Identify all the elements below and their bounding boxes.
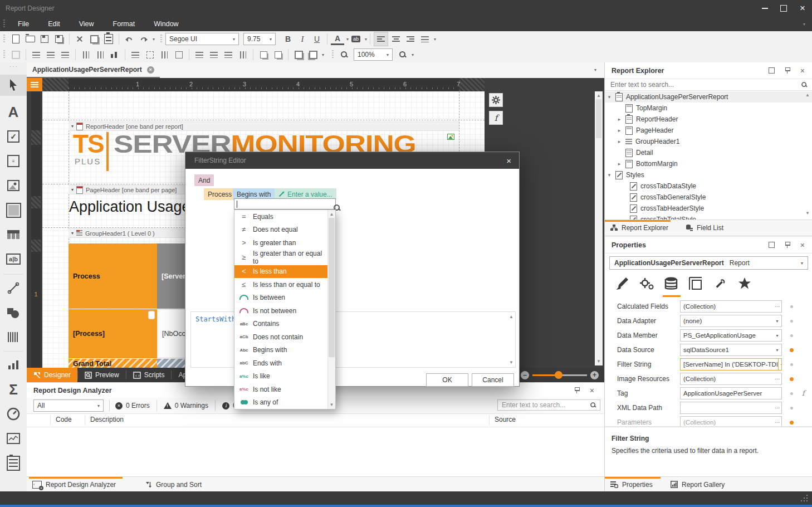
tree-scroll-down-icon[interactable]: ▼ xyxy=(805,211,810,216)
italic-button[interactable]: I xyxy=(296,32,309,46)
zoom-slider[interactable]: – + xyxy=(521,371,599,379)
pin-icon[interactable] xyxy=(574,387,580,393)
analyzer-filter-combo[interactable]: All▾ xyxy=(33,399,104,412)
highlight-dropdown-icon[interactable]: ▾ xyxy=(365,37,367,42)
tab-report-design-analyzer[interactable]: ‹× Report Design Analyzer xyxy=(32,477,116,492)
property-row-calculated-fields[interactable]: Calculated Fields (Collection) xyxy=(617,299,806,314)
property-row-xml-data-path[interactable]: XML Data Path xyxy=(617,401,806,415)
center-horizontally-icon[interactable] xyxy=(236,48,250,61)
ellipsis-button[interactable] xyxy=(778,359,782,370)
operator-dropdown[interactable]: =Equals ≠Does not equal >Is greater than… xyxy=(234,209,336,410)
property-row-tag[interactable]: Tag ApplicationUsagePerServer f xyxy=(617,386,806,401)
preview-scroll-up-icon[interactable]: ▲ xyxy=(509,314,513,319)
minimize-button[interactable] xyxy=(755,0,774,17)
expander-icon[interactable] xyxy=(617,128,622,133)
band-collapse-icon[interactable]: ▾ xyxy=(71,187,74,192)
scroll-down-icon[interactable]: ▼ xyxy=(595,359,603,364)
explorer-search[interactable] xyxy=(605,79,812,91)
tree-item-topmargin[interactable]: TopMargin xyxy=(605,103,812,114)
dialog-close-icon[interactable]: × xyxy=(506,156,511,165)
make-same-height-icon[interactable] xyxy=(222,48,235,61)
errors-button[interactable]: × 0 Errors xyxy=(115,402,150,410)
zoom-out-slider-icon[interactable]: – xyxy=(521,371,529,379)
tree-item-crosstabtotalstyle[interactable]: crossTabTotalStyle xyxy=(605,214,812,220)
behavior-category-icon[interactable] xyxy=(639,276,655,292)
band-menu-button[interactable] xyxy=(27,78,42,91)
menu-format[interactable]: Format xyxy=(104,17,145,31)
dropdown-scrollbar[interactable]: ▲ ▼ xyxy=(327,210,335,409)
tree-scroll-up-icon[interactable]: ▲ xyxy=(805,92,810,98)
expander-icon[interactable] xyxy=(617,139,622,144)
tree-item-report[interactable]: ApplicationUsagePerServerReport xyxy=(605,91,812,103)
field-chip[interactable]: Process xyxy=(204,188,236,200)
save-icon[interactable] xyxy=(38,32,51,46)
operator-contains[interactable]: aBcContains xyxy=(234,318,335,331)
band-collapse-icon[interactable]: ▾ xyxy=(71,124,74,129)
property-row-data-adapter[interactable]: Data Adapter (none) xyxy=(617,314,806,328)
align-horizontal-centers-icon[interactable] xyxy=(44,48,57,61)
operator-is-not-like[interactable]: a%cIs not like xyxy=(234,383,335,396)
align-left-button[interactable] xyxy=(374,32,388,46)
tab-report-explorer[interactable]: Report Explorer xyxy=(610,220,668,235)
align-bottom-edges-icon[interactable] xyxy=(108,48,121,61)
chart-tool[interactable] xyxy=(0,354,27,376)
align-dropdown-icon[interactable]: ▾ xyxy=(434,37,436,42)
fit-to-window-icon[interactable] xyxy=(271,48,285,61)
bring-to-front-icon[interactable] xyxy=(292,48,305,61)
equal-horizontal-spacing-icon[interactable] xyxy=(129,48,142,61)
operator-is-like[interactable]: a%cIs like xyxy=(234,370,335,383)
cut-icon[interactable] xyxy=(73,32,86,46)
character-comb-tool[interactable]: a|b xyxy=(0,248,27,270)
copy-icon[interactable] xyxy=(87,32,101,46)
warnings-button[interactable]: 0 Warnings xyxy=(164,402,208,410)
font-name-combo[interactable]: Segoe UI▾ xyxy=(165,33,239,45)
label-tool[interactable]: A xyxy=(0,101,27,123)
close-button[interactable]: × xyxy=(793,0,812,17)
zoom-out-icon[interactable] xyxy=(337,48,351,61)
zoom-slider-thumb[interactable] xyxy=(555,371,562,379)
operator-begins-with[interactable]: AbcBegins with xyxy=(234,344,335,357)
crosstab-cell-grand-total[interactable]: Grand Total xyxy=(69,359,157,368)
shape-tool[interactable] xyxy=(0,302,27,323)
ellipsis-button[interactable] xyxy=(773,402,781,413)
pointer-tool[interactable] xyxy=(0,75,27,96)
send-to-back-icon[interactable] xyxy=(306,48,320,61)
expression-function-icon[interactable]: f xyxy=(802,389,805,397)
new-document-icon[interactable] xyxy=(9,32,22,46)
font-size-combo[interactable]: 9.75▾ xyxy=(243,33,276,45)
menu-file[interactable]: File xyxy=(8,17,38,31)
make-same-size-icon[interactable] xyxy=(207,48,221,61)
operator-equals[interactable]: =Equals xyxy=(234,210,335,223)
tab-close-icon[interactable]: × xyxy=(147,66,154,74)
crosstab-cell-process-field[interactable]: [Process] xyxy=(69,309,157,358)
open-icon[interactable] xyxy=(23,32,37,46)
table-tool[interactable] xyxy=(0,224,27,245)
operator-is-any-of[interactable]: Is any of xyxy=(234,396,335,410)
explorer-search-input[interactable] xyxy=(609,80,800,89)
make-same-width-icon[interactable] xyxy=(193,48,206,61)
property-row-data-member[interactable]: Data Member PS_GetApplicationUsage xyxy=(617,328,806,343)
close-panel-icon[interactable]: × xyxy=(800,241,805,250)
zoom-dropdown-icon[interactable]: ▾ xyxy=(412,52,414,57)
crosstab-cell-process-header[interactable]: Process xyxy=(69,243,157,309)
expander-icon[interactable] xyxy=(617,116,622,122)
size-to-grid-icon[interactable] xyxy=(172,48,185,61)
scroll-thumb[interactable] xyxy=(329,218,335,357)
ellipsis-button[interactable] xyxy=(773,417,781,426)
tab-designer[interactable]: Designer xyxy=(27,368,77,382)
data-category-icon[interactable] xyxy=(664,276,678,292)
align-center-button[interactable] xyxy=(389,32,403,46)
operator-search-box[interactable] xyxy=(234,198,336,209)
operator-is-not-between[interactable]: Is not between xyxy=(234,304,335,318)
operator-is-greater-than[interactable]: >Is greater than xyxy=(234,236,335,250)
highlight-button[interactable]: ab xyxy=(349,32,363,46)
scroll-up-icon[interactable]: ▲ xyxy=(328,212,335,217)
tree-item-detail[interactable]: Detail xyxy=(605,147,812,158)
ellipsis-button[interactable] xyxy=(773,373,781,384)
bold-button[interactable]: B xyxy=(281,32,295,46)
favorites-category-icon[interactable] xyxy=(737,276,752,292)
column-code[interactable]: Code xyxy=(56,416,72,423)
menu-edit[interactable]: Edit xyxy=(38,17,70,31)
ellipsis-button[interactable] xyxy=(773,301,781,312)
scripts-function-icon[interactable]: f xyxy=(489,111,503,125)
